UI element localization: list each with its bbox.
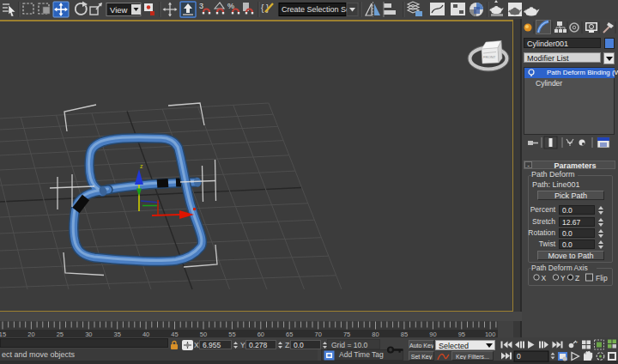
svg-text:55: 55	[228, 331, 235, 338]
svg-text:Z: Z	[575, 274, 579, 282]
svg-text:15: 15	[0, 331, 6, 338]
svg-text:30: 30	[85, 331, 92, 338]
svg-text:85: 85	[401, 331, 408, 338]
svg-text:100: 100	[485, 331, 496, 338]
svg-text:Create Selection Se: Create Selection Se	[282, 5, 350, 14]
svg-text:+: +	[575, 339, 578, 344]
svg-text:Y: Y	[560, 274, 566, 282]
svg-text:40: 40	[142, 331, 149, 338]
svg-text:X: X	[542, 274, 547, 282]
svg-text:0: 0	[517, 352, 521, 361]
svg-text:70: 70	[315, 331, 322, 338]
svg-text:View: View	[110, 5, 128, 15]
svg-text:90: 90	[429, 331, 436, 338]
svg-text:80: 80	[372, 331, 379, 338]
svg-text:25: 25	[57, 331, 64, 338]
svg-text:65: 65	[286, 331, 293, 338]
svg-text:45: 45	[171, 331, 178, 338]
svg-text:95: 95	[458, 331, 465, 338]
svg-text:Flip: Flip	[596, 274, 608, 282]
svg-text:60: 60	[258, 331, 264, 338]
svg-text:50: 50	[200, 331, 207, 338]
svg-text:3: 3	[199, 2, 203, 10]
svg-text:35: 35	[114, 331, 121, 338]
svg-text:z: z	[140, 163, 143, 169]
svg-text:75: 75	[343, 331, 350, 338]
svg-text:20: 20	[27, 331, 34, 338]
svg-text:FRONT: FRONT	[483, 55, 496, 59]
